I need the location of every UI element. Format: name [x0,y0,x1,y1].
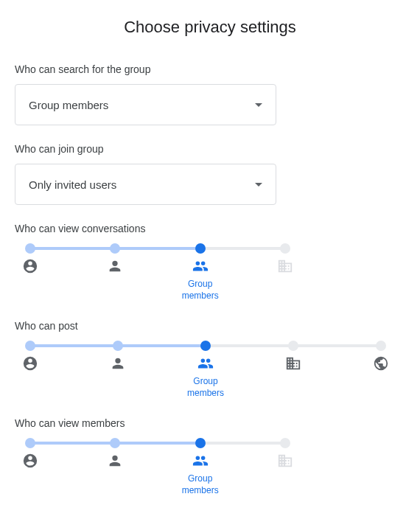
domain-icon[interactable] [259,258,311,274]
slider-icons-row: Group members [25,258,290,302]
slider-stop-3[interactable] [288,341,298,351]
slider-stop-3[interactable] [280,243,290,254]
slider-stop-2[interactable] [195,438,206,448]
account-circle-icon[interactable] [4,355,56,372]
slider-1: Group members [15,341,405,400]
slider-stop-caption: Group members [182,279,219,302]
dropdown-1[interactable]: Only invited users [15,164,276,205]
domain-icon[interactable] [267,355,319,372]
person-icon[interactable] [92,355,144,372]
slider-label: Who can view members [15,417,405,429]
group-icon[interactable]: Group members [180,355,231,399]
chevron-down-icon [255,183,262,187]
slider-track[interactable] [25,438,290,448]
page-title: Choose privacy settings [15,0,405,58]
slider-icons-row: Group members [25,355,386,400]
slider-stop-3[interactable] [280,438,290,448]
dropdown-0[interactable]: Group members [15,84,276,125]
slider-stop-1[interactable] [113,341,123,351]
group-icon[interactable]: Group members [175,453,226,496]
slider-track[interactable] [25,341,386,351]
slider-stop-caption: Group members [187,376,224,399]
slider-icons-row: Group members [25,453,290,497]
public-icon[interactable] [355,355,407,372]
account-circle-icon[interactable] [4,258,56,274]
slider-0: Group members [15,243,405,302]
dropdown-label: Who can search for the group [15,63,405,75]
person-icon[interactable] [89,258,141,274]
group-icon[interactable]: Group members [175,258,226,302]
slider-track[interactable] [25,243,290,254]
slider-2: Group members [15,438,405,497]
slider-stop-0[interactable] [25,438,35,448]
slider-label: Who can post [15,320,405,332]
dropdown-label: Who can join group [15,143,405,155]
slider-stop-0[interactable] [25,341,35,351]
chevron-down-icon [255,103,262,107]
slider-stop-caption: Group members [182,473,219,496]
dropdown-value: Group members [29,99,108,111]
slider-stop-2[interactable] [195,243,206,254]
slider-stop-1[interactable] [110,438,120,448]
slider-stop-2[interactable] [200,341,211,351]
slider-label: Who can view conversations [15,223,405,234]
slider-stop-0[interactable] [25,243,35,254]
account-circle-icon[interactable] [4,453,56,469]
slider-stop-4[interactable] [376,341,386,351]
domain-icon[interactable] [259,453,311,469]
person-icon[interactable] [89,453,141,469]
slider-stop-1[interactable] [110,243,120,254]
dropdown-value: Only invited users [29,178,116,191]
